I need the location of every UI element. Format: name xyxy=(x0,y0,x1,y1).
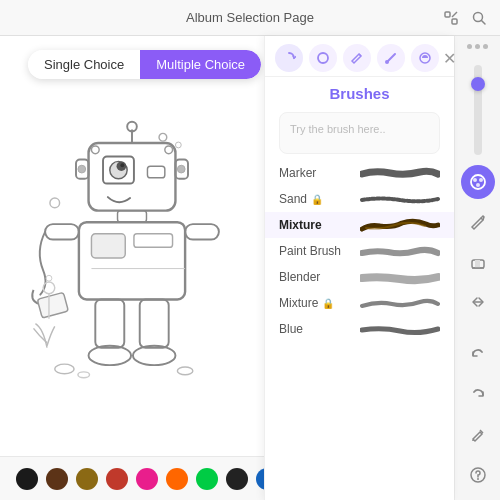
brush-tool-button[interactable] xyxy=(461,205,495,239)
canvas-area: Single Choice Multiple Choice xyxy=(0,36,264,500)
svg-point-45 xyxy=(479,178,483,182)
paint-tool-icon[interactable] xyxy=(377,44,405,72)
single-choice-button[interactable]: Single Choice xyxy=(28,50,140,79)
brush-item-mixture[interactable]: Mixture xyxy=(265,212,454,238)
color-black[interactable] xyxy=(16,468,38,490)
palette-icon-button[interactable] xyxy=(461,165,495,199)
choice-buttons: Single Choice Multiple Choice xyxy=(28,50,261,79)
sand-lock-icon: 🔒 xyxy=(311,194,323,205)
expand-icon[interactable] xyxy=(442,9,460,27)
svg-point-52 xyxy=(477,478,479,480)
main-layout: Single Choice Multiple Choice xyxy=(0,36,500,500)
opacity-tool-icon[interactable] xyxy=(411,44,439,72)
dot3 xyxy=(483,44,488,49)
brush-stroke-paintbrush xyxy=(360,242,440,260)
brush-stroke-mixture xyxy=(360,216,440,234)
svg-point-36 xyxy=(50,198,60,208)
dot2 xyxy=(475,44,480,49)
brush-stroke-sand xyxy=(360,190,440,208)
top-bar-actions xyxy=(442,9,488,27)
svg-rect-21 xyxy=(91,234,125,258)
svg-point-35 xyxy=(175,142,181,148)
svg-point-32 xyxy=(177,367,192,375)
brush-name-mixture2: Mixture xyxy=(279,296,318,310)
brush-name-mixture: Mixture xyxy=(279,218,322,232)
color-green[interactable] xyxy=(196,468,218,490)
edit-tool-icon[interactable] xyxy=(343,44,371,72)
sidebar-dots xyxy=(467,44,488,49)
brush-list: Marker Sand 🔒 xyxy=(265,160,454,500)
page-title: Album Selection Page xyxy=(186,10,314,25)
svg-point-6 xyxy=(91,146,99,154)
color-pink[interactable] xyxy=(136,468,158,490)
close-panel-button[interactable]: ✕ xyxy=(443,49,456,68)
redo-button[interactable] xyxy=(461,378,495,412)
circle-tool-icon[interactable] xyxy=(309,44,337,72)
dot1 xyxy=(467,44,472,49)
brushes-title: Brushes xyxy=(265,77,454,106)
svg-rect-48 xyxy=(475,260,480,268)
svg-point-18 xyxy=(177,165,185,173)
svg-rect-1 xyxy=(452,19,457,24)
search-icon[interactable] xyxy=(470,9,488,27)
color-dark-yellow[interactable] xyxy=(76,468,98,490)
right-sidebar xyxy=(454,36,500,500)
svg-point-38 xyxy=(46,275,52,281)
color-blue[interactable] xyxy=(256,468,264,490)
svg-point-13 xyxy=(120,163,124,167)
help-button[interactable] xyxy=(461,458,495,492)
svg-line-2 xyxy=(452,12,457,17)
pencil-button[interactable] xyxy=(461,418,495,452)
undo-button[interactable] xyxy=(461,338,495,372)
brush-item-marker[interactable]: Marker xyxy=(265,160,454,186)
svg-point-31 xyxy=(55,364,74,374)
svg-point-7 xyxy=(165,146,173,154)
brush-stroke-blender xyxy=(360,268,440,286)
color-palette xyxy=(0,456,264,500)
svg-rect-14 xyxy=(147,166,164,178)
svg-rect-0 xyxy=(445,12,450,17)
svg-point-40 xyxy=(318,53,328,63)
multiple-choice-button[interactable]: Multiple Choice xyxy=(140,50,261,79)
eraser-button[interactable] xyxy=(461,245,495,279)
color-red[interactable] xyxy=(106,468,128,490)
brush-name-blue: Blue xyxy=(279,322,303,336)
brush-header-icons xyxy=(275,44,439,72)
color-brown[interactable] xyxy=(46,468,68,490)
color-orange[interactable] xyxy=(166,468,188,490)
brush-try-label: Try the brush here.. xyxy=(290,123,386,135)
top-bar: Album Selection Page xyxy=(0,0,500,36)
opacity-slider-thumb[interactable] xyxy=(471,77,485,91)
mixture2-lock-icon: 🔒 xyxy=(322,298,334,309)
svg-line-4 xyxy=(482,20,486,24)
svg-rect-19 xyxy=(118,211,147,223)
svg-rect-25 xyxy=(37,292,68,318)
brush-try-area[interactable]: Try the brush here.. xyxy=(279,112,440,154)
brush-name-paintbrush: Paint Brush xyxy=(279,244,341,258)
brush-item-sand[interactable]: Sand 🔒 xyxy=(265,186,454,212)
color-black2[interactable] xyxy=(226,468,248,490)
opacity-slider[interactable] xyxy=(474,65,482,155)
svg-point-41 xyxy=(385,60,389,64)
svg-rect-27 xyxy=(95,299,124,347)
svg-point-16 xyxy=(78,165,86,173)
brush-stroke-mixture2 xyxy=(360,294,440,312)
svg-point-44 xyxy=(473,178,477,182)
rotate-tool-icon[interactable] xyxy=(275,44,303,72)
brush-name-blender: Blender xyxy=(279,270,320,284)
brush-item-paintbrush[interactable]: Paint Brush xyxy=(265,238,454,264)
svg-point-46 xyxy=(476,183,480,187)
brush-name-sand: Sand xyxy=(279,192,307,206)
brush-item-blender[interactable]: Blender xyxy=(265,264,454,290)
robot-svg xyxy=(22,116,242,396)
resize-button[interactable] xyxy=(461,285,495,319)
brush-item-mixture2[interactable]: Mixture 🔒 xyxy=(265,290,454,316)
svg-rect-28 xyxy=(140,299,169,347)
brush-stroke-blue xyxy=(360,320,440,338)
svg-rect-22 xyxy=(134,234,173,248)
svg-rect-5 xyxy=(89,143,176,211)
brush-item-blue[interactable]: Blue xyxy=(265,316,454,342)
brush-stroke-marker xyxy=(360,164,440,182)
svg-point-34 xyxy=(159,133,167,141)
brush-name-marker: Marker xyxy=(279,166,316,180)
